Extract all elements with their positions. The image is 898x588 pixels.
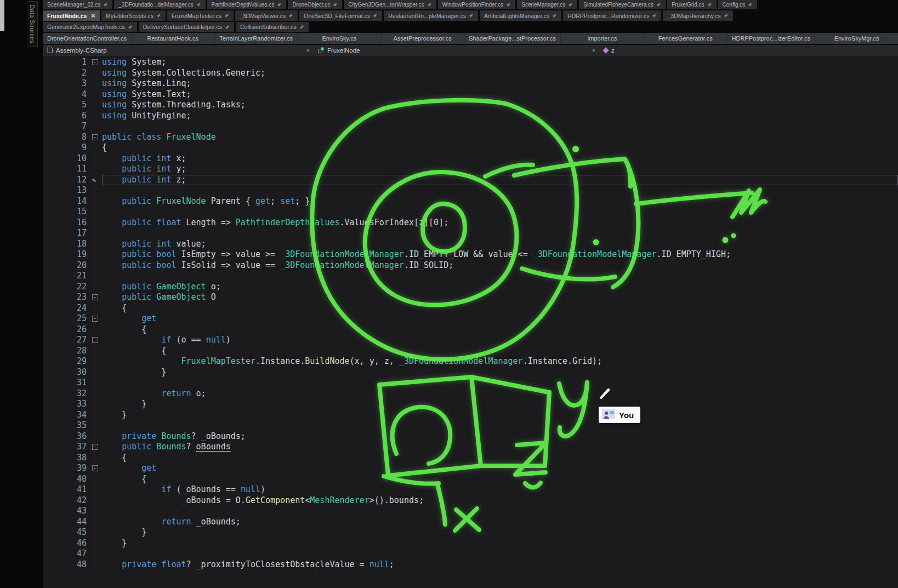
code-line[interactable]: 15 — [43, 207, 898, 218]
fold-collapse-icon[interactable]: - — [92, 294, 98, 300]
pin-icon[interactable] — [156, 13, 161, 18]
code-line[interactable]: 7 — [43, 121, 898, 132]
code-line[interactable]: 48 private float? _proximityToClosestObs… — [43, 560, 898, 570]
code-line[interactable]: 30 } — [43, 367, 898, 378]
code-line[interactable]: 43 — [43, 506, 898, 517]
type-dropdown[interactable]: FruxelNode ▾ — [314, 45, 599, 56]
file-tab[interactable]: Importer.cs — [561, 33, 644, 44]
file-tab[interactable]: FruxelMapTester.cs — [167, 10, 234, 21]
fold-margin[interactable]: - — [88, 313, 102, 324]
fold-margin[interactable]: - — [88, 463, 102, 474]
fold-margin[interactable]: - — [88, 335, 102, 346]
code-line[interactable]: 13 — [43, 185, 898, 196]
file-tab[interactable]: Config.cs — [718, 0, 758, 9]
file-tab[interactable]: SimulatedFisheyeCamera.cs — [579, 0, 666, 9]
file-tab[interactable]: OneSec3D_FileFormat.cs — [299, 10, 382, 21]
file-tab[interactable]: TerrainLayerRandomizer.cs — [215, 33, 298, 44]
chevron-down-icon[interactable]: ▾ — [592, 48, 595, 53]
code-line[interactable]: 46 } — [43, 538, 898, 549]
pin-icon[interactable] — [652, 13, 657, 18]
file-tab[interactable]: HDRPPostproc...izerEditor.cs — [728, 33, 816, 44]
code-line[interactable]: 20 public bool IsSolid => value == _3DFo… — [43, 260, 898, 271]
code-line[interactable]: 26 { — [43, 324, 898, 335]
pin-icon[interactable] — [277, 2, 282, 7]
code-line[interactable]: 14 public FruxelNode Parent { get; set; … — [43, 196, 898, 207]
pin-icon[interactable] — [103, 2, 108, 7]
code-line[interactable]: 18 public int value; — [43, 239, 898, 250]
fold-collapse-icon[interactable]: - — [92, 444, 98, 450]
code-line[interactable]: 22 public GameObject o; — [43, 282, 898, 293]
code-line[interactable]: 33 } — [43, 399, 898, 410]
pin-icon[interactable] — [427, 2, 432, 7]
pin-icon[interactable] — [196, 2, 201, 7]
code-line[interactable]: 36 private Bounds? _oBounds; — [43, 431, 898, 442]
pin-icon[interactable] — [373, 13, 378, 18]
pin-icon[interactable] — [288, 13, 293, 18]
code-line[interactable]: 9{ — [43, 142, 898, 153]
code-line[interactable]: 16 public float Length => PathfinderDept… — [43, 218, 898, 229]
pin-icon[interactable] — [224, 13, 229, 18]
pin-icon[interactable] — [333, 2, 338, 7]
file-tab[interactable]: _3DMapViewer.cs — [235, 10, 298, 21]
code-line[interactable]: 11 public int y; — [43, 164, 898, 175]
fold-margin[interactable]: - — [88, 57, 102, 68]
code-line[interactable]: 47 — [43, 549, 898, 560]
code-line[interactable]: 27- if (o == null) — [43, 335, 898, 346]
scrollbar-sliver[interactable] — [0, 0, 4, 31]
code-line[interactable]: 44 return _oBounds; — [43, 517, 898, 528]
code-line[interactable]: 38 { — [43, 453, 898, 464]
pin-icon[interactable] — [506, 2, 511, 7]
code-editor[interactable]: 1-using System;2using System.Collections… — [43, 56, 898, 588]
file-tab[interactable]: _3DMapHierarchy.cs — [663, 10, 732, 21]
code-line[interactable]: 28 { — [43, 346, 898, 357]
file-tab[interactable]: FencesGenerator.cs — [644, 33, 728, 44]
file-tab[interactable]: CityGen3DGen...torWrapper.cs — [344, 0, 436, 9]
code-line[interactable]: 39- get — [43, 463, 898, 474]
fold-collapse-icon[interactable]: - — [92, 59, 98, 65]
file-tab[interactable]: RestaurantHook.cs — [132, 33, 215, 44]
code-line[interactable]: 6using UnityEngine; — [43, 111, 898, 122]
pin-icon[interactable] — [225, 25, 230, 30]
code-line[interactable]: 34 } — [43, 410, 898, 421]
pin-icon[interactable] — [299, 25, 304, 30]
file-tab[interactable]: EnviroSky.cs — [298, 33, 381, 44]
code-line[interactable]: 21 — [43, 271, 898, 282]
file-tab[interactable]: CollisionSubscriber.cs — [236, 22, 309, 32]
pin-icon[interactable] — [724, 13, 729, 18]
fold-margin[interactable]: - — [88, 292, 102, 303]
file-tab[interactable]: MyEditorScripts.cs — [101, 10, 166, 21]
code-line[interactable]: 35 — [43, 420, 898, 431]
fold-margin[interactable]: - — [88, 132, 102, 143]
file-tab[interactable]: ArtificialLightsManager.cs — [480, 10, 561, 21]
code-line[interactable]: 12✎ public int z; — [43, 175, 898, 186]
code-line[interactable]: 42 _oBounds = O.GetComponent<MeshRendere… — [43, 495, 898, 506]
code-line[interactable]: 31 — [43, 378, 898, 389]
pin-icon[interactable] — [748, 2, 753, 7]
file-tab[interactable]: DroneOrientationController.cs — [43, 33, 132, 44]
code-line[interactable]: 8-public class FruxelNode — [43, 132, 898, 143]
file-tab[interactable]: RestaurantHo...pleManager.cs — [384, 10, 478, 21]
file-tab[interactable]: ShaderPackage...stProcessor.cs — [464, 33, 561, 44]
pin-icon[interactable] — [469, 13, 474, 18]
code-line[interactable]: 5using System.Threading.Tasks; — [43, 100, 898, 111]
file-tab[interactable]: DroneObject.cs — [288, 0, 342, 9]
code-line[interactable]: 45 } — [43, 527, 898, 538]
code-line[interactable]: 23- public GameObject O — [43, 292, 898, 303]
code-line[interactable]: 1-using System; — [43, 57, 898, 68]
fold-margin[interactable]: - — [88, 442, 102, 453]
code-line[interactable]: 17 — [43, 228, 898, 239]
code-line[interactable]: 2using System.Collections.Generic; — [43, 68, 898, 79]
pin-icon[interactable] — [552, 13, 557, 18]
code-line[interactable]: 25- get — [43, 313, 898, 324]
file-tab[interactable]: _3DFoundatio...delManager.cs — [114, 0, 205, 9]
code-line[interactable]: 37- public Bounds? oBounds — [43, 442, 898, 453]
close-icon[interactable]: × — [91, 12, 95, 19]
file-tab[interactable]: WindowPositionFinder.cs — [438, 0, 516, 9]
code-line[interactable]: 32 return o; — [43, 389, 898, 399]
pin-icon[interactable] — [568, 2, 573, 7]
fold-collapse-icon[interactable]: - — [92, 465, 98, 471]
member-dropdown[interactable]: z — [599, 45, 898, 56]
pin-icon[interactable] — [656, 2, 661, 7]
file-tab[interactable]: SceneManager.cs — [517, 0, 577, 9]
tool-tab-data-sources[interactable]: Data Sources — [27, 1, 38, 47]
